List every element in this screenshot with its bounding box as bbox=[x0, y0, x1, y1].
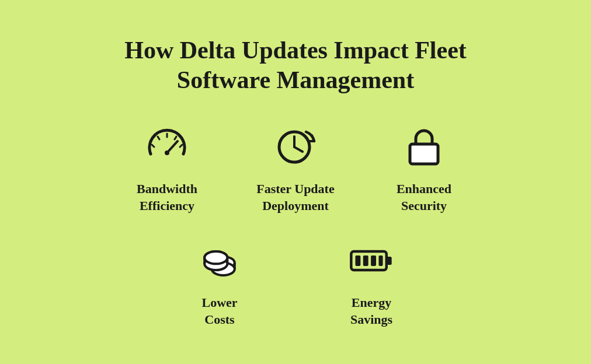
svg-line-9 bbox=[294, 147, 303, 152]
lock-icon bbox=[401, 124, 447, 173]
svg-line-3 bbox=[175, 136, 176, 139]
energy-savings-label: Energy Savings bbox=[350, 295, 392, 328]
svg-line-1 bbox=[158, 136, 159, 139]
svg-rect-23 bbox=[363, 256, 368, 267]
svg-rect-24 bbox=[371, 256, 376, 267]
icons-row-2: Lower Costs Energy bbox=[50, 237, 541, 328]
svg-line-0 bbox=[152, 145, 154, 147]
svg-rect-25 bbox=[378, 256, 383, 267]
svg-rect-10 bbox=[410, 144, 438, 164]
icons-row-1: Bandwidth Efficiency Faster Update bbox=[50, 124, 541, 214]
svg-rect-21 bbox=[387, 257, 392, 265]
lower-costs-label: Lower Costs bbox=[201, 295, 237, 328]
clock-refresh-icon bbox=[272, 124, 319, 173]
enhanced-security-item: Enhanced Security bbox=[377, 124, 471, 214]
bandwidth-efficiency-label: Bandwidth Efficiency bbox=[137, 181, 197, 214]
svg-line-5 bbox=[167, 141, 178, 153]
lower-costs-item: Lower Costs bbox=[173, 237, 266, 328]
enhanced-security-label: Enhanced Security bbox=[397, 181, 451, 214]
speedometer-icon bbox=[144, 124, 190, 173]
main-card: How Delta Updates Impact Fleet Software … bbox=[15, 12, 576, 351]
faster-update-deployment-item: Faster Update Deployment bbox=[249, 124, 342, 214]
page-title: How Delta Updates Impact Fleet Software … bbox=[50, 36, 541, 94]
coins-icon bbox=[196, 237, 243, 286]
svg-point-19 bbox=[204, 251, 227, 264]
svg-point-6 bbox=[165, 150, 169, 155]
svg-line-4 bbox=[180, 145, 182, 147]
bandwidth-efficiency-item: Bandwidth Efficiency bbox=[120, 124, 214, 214]
svg-rect-22 bbox=[355, 256, 360, 267]
energy-savings-item: Energy Savings bbox=[325, 237, 418, 328]
faster-update-deployment-label: Faster Update Deployment bbox=[256, 181, 334, 214]
battery-icon bbox=[348, 237, 395, 286]
